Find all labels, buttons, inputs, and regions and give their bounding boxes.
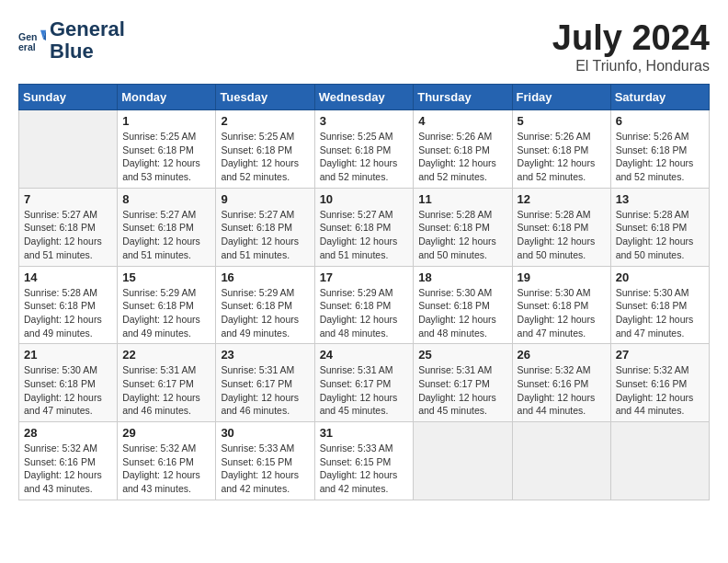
calendar-cell: 26Sunrise: 5:32 AM Sunset: 6:16 PM Dayli… (512, 344, 610, 422)
day-number: 18 (418, 270, 506, 284)
day-header-saturday: Saturday (610, 85, 709, 110)
day-number: 3 (320, 114, 409, 128)
calendar-cell (610, 422, 709, 500)
day-header-thursday: Thursday (414, 85, 512, 110)
title-block: July 2024 El Triunfo, Honduras (552, 18, 710, 75)
day-header-monday: Monday (118, 85, 216, 110)
calendar-table: SundayMondayTuesdayWednesdayThursdayFrid… (18, 84, 710, 500)
calendar-cell: 2Sunrise: 5:25 AM Sunset: 6:18 PM Daylig… (216, 110, 314, 189)
day-number: 23 (221, 348, 309, 362)
day-info: Sunrise: 5:31 AM Sunset: 6:17 PM Dayligh… (418, 363, 506, 418)
calendar-cell: 24Sunrise: 5:31 AM Sunset: 6:17 PM Dayli… (314, 344, 414, 422)
location-subtitle: El Triunfo, Honduras (552, 58, 710, 75)
day-info: Sunrise: 5:29 AM Sunset: 6:18 PM Dayligh… (320, 286, 409, 340)
day-number: 28 (24, 426, 112, 440)
day-info: Sunrise: 5:30 AM Sunset: 6:18 PM Dayligh… (24, 363, 112, 418)
calendar-cell: 10Sunrise: 5:27 AM Sunset: 6:18 PM Dayli… (314, 188, 414, 266)
header-row: SundayMondayTuesdayWednesdayThursdayFrid… (19, 85, 710, 110)
calendar-cell: 7Sunrise: 5:27 AM Sunset: 6:18 PM Daylig… (19, 188, 118, 266)
day-number: 20 (616, 270, 704, 284)
day-number: 9 (221, 192, 309, 206)
day-number: 29 (122, 426, 210, 440)
day-number: 1 (122, 114, 210, 128)
page-header: Gen eral General Blue July 2024 El Triun… (18, 18, 710, 75)
calendar-cell: 9Sunrise: 5:27 AM Sunset: 6:18 PM Daylig… (216, 188, 314, 266)
calendar-cell: 5Sunrise: 5:26 AM Sunset: 6:18 PM Daylig… (512, 110, 610, 189)
day-info: Sunrise: 5:31 AM Sunset: 6:17 PM Dayligh… (320, 363, 409, 418)
day-number: 10 (320, 192, 409, 206)
logo-text: General Blue (50, 18, 125, 63)
day-number: 12 (518, 192, 606, 206)
calendar-cell: 18Sunrise: 5:30 AM Sunset: 6:18 PM Dayli… (414, 266, 512, 344)
calendar-cell: 29Sunrise: 5:32 AM Sunset: 6:16 PM Dayli… (118, 422, 216, 500)
calendar-cell: 3Sunrise: 5:25 AM Sunset: 6:18 PM Daylig… (314, 110, 414, 189)
day-number: 31 (320, 426, 409, 440)
calendar-cell: 12Sunrise: 5:28 AM Sunset: 6:18 PM Dayli… (512, 188, 610, 266)
calendar-cell: 6Sunrise: 5:26 AM Sunset: 6:18 PM Daylig… (610, 110, 709, 189)
day-number: 5 (518, 114, 606, 128)
day-info: Sunrise: 5:32 AM Sunset: 6:16 PM Dayligh… (616, 363, 704, 418)
day-number: 19 (518, 270, 606, 284)
day-number: 16 (221, 270, 309, 284)
calendar-cell: 30Sunrise: 5:33 AM Sunset: 6:15 PM Dayli… (216, 422, 314, 500)
day-info: Sunrise: 5:32 AM Sunset: 6:16 PM Dayligh… (24, 442, 112, 496)
calendar-cell: 15Sunrise: 5:29 AM Sunset: 6:18 PM Dayli… (118, 266, 216, 344)
day-number: 4 (418, 114, 506, 128)
day-number: 14 (24, 270, 112, 284)
calendar-cell (19, 110, 118, 189)
calendar-cell: 1Sunrise: 5:25 AM Sunset: 6:18 PM Daylig… (118, 110, 216, 189)
calendar-cell: 22Sunrise: 5:31 AM Sunset: 6:17 PM Dayli… (118, 344, 216, 422)
day-number: 30 (221, 426, 309, 440)
day-number: 7 (24, 192, 112, 206)
week-row-5: 28Sunrise: 5:32 AM Sunset: 6:16 PM Dayli… (19, 422, 710, 500)
week-row-4: 21Sunrise: 5:30 AM Sunset: 6:18 PM Dayli… (19, 344, 710, 422)
day-number: 17 (320, 270, 409, 284)
calendar-cell: 19Sunrise: 5:30 AM Sunset: 6:18 PM Dayli… (512, 266, 610, 344)
day-number: 2 (221, 114, 309, 128)
calendar-cell: 14Sunrise: 5:28 AM Sunset: 6:18 PM Dayli… (19, 266, 118, 344)
calendar-cell: 23Sunrise: 5:31 AM Sunset: 6:17 PM Dayli… (216, 344, 314, 422)
day-number: 24 (320, 348, 409, 362)
day-header-sunday: Sunday (19, 85, 118, 110)
calendar-cell: 4Sunrise: 5:26 AM Sunset: 6:18 PM Daylig… (414, 110, 512, 189)
day-number: 13 (616, 192, 704, 206)
day-info: Sunrise: 5:31 AM Sunset: 6:17 PM Dayligh… (122, 363, 210, 418)
day-info: Sunrise: 5:26 AM Sunset: 6:18 PM Dayligh… (418, 130, 506, 184)
day-info: Sunrise: 5:30 AM Sunset: 6:18 PM Dayligh… (518, 286, 606, 340)
day-number: 6 (616, 114, 704, 128)
day-info: Sunrise: 5:27 AM Sunset: 6:18 PM Dayligh… (122, 208, 210, 262)
month-title: July 2024 (552, 18, 710, 58)
calendar-cell: 27Sunrise: 5:32 AM Sunset: 6:16 PM Dayli… (610, 344, 709, 422)
day-info: Sunrise: 5:28 AM Sunset: 6:18 PM Dayligh… (24, 286, 112, 340)
day-info: Sunrise: 5:26 AM Sunset: 6:18 PM Dayligh… (616, 130, 704, 184)
day-info: Sunrise: 5:31 AM Sunset: 6:17 PM Dayligh… (221, 363, 309, 418)
logo-icon: Gen eral (18, 27, 46, 54)
day-number: 27 (616, 348, 704, 362)
day-number: 11 (418, 192, 506, 206)
day-number: 25 (418, 348, 506, 362)
day-info: Sunrise: 5:29 AM Sunset: 6:18 PM Dayligh… (122, 286, 210, 340)
day-info: Sunrise: 5:29 AM Sunset: 6:18 PM Dayligh… (221, 286, 309, 340)
week-row-2: 7Sunrise: 5:27 AM Sunset: 6:18 PM Daylig… (19, 188, 710, 266)
day-number: 8 (122, 192, 210, 206)
day-header-friday: Friday (512, 85, 610, 110)
day-header-wednesday: Wednesday (314, 85, 414, 110)
calendar-cell: 13Sunrise: 5:28 AM Sunset: 6:18 PM Dayli… (610, 188, 709, 266)
day-info: Sunrise: 5:27 AM Sunset: 6:18 PM Dayligh… (221, 208, 309, 262)
day-info: Sunrise: 5:25 AM Sunset: 6:18 PM Dayligh… (122, 130, 210, 184)
day-info: Sunrise: 5:30 AM Sunset: 6:18 PM Dayligh… (418, 286, 506, 340)
day-info: Sunrise: 5:26 AM Sunset: 6:18 PM Dayligh… (518, 130, 606, 184)
day-info: Sunrise: 5:28 AM Sunset: 6:18 PM Dayligh… (518, 208, 606, 262)
day-info: Sunrise: 5:33 AM Sunset: 6:15 PM Dayligh… (320, 442, 409, 496)
day-number: 15 (122, 270, 210, 284)
svg-text:eral: eral (18, 41, 36, 52)
day-info: Sunrise: 5:27 AM Sunset: 6:18 PM Dayligh… (24, 208, 112, 262)
day-info: Sunrise: 5:25 AM Sunset: 6:18 PM Dayligh… (221, 130, 309, 184)
day-number: 22 (122, 348, 210, 362)
week-row-1: 1Sunrise: 5:25 AM Sunset: 6:18 PM Daylig… (19, 110, 710, 189)
day-number: 26 (518, 348, 606, 362)
calendar-cell: 16Sunrise: 5:29 AM Sunset: 6:18 PM Dayli… (216, 266, 314, 344)
day-info: Sunrise: 5:25 AM Sunset: 6:18 PM Dayligh… (320, 130, 409, 184)
day-info: Sunrise: 5:32 AM Sunset: 6:16 PM Dayligh… (518, 363, 606, 418)
calendar-cell (512, 422, 610, 500)
